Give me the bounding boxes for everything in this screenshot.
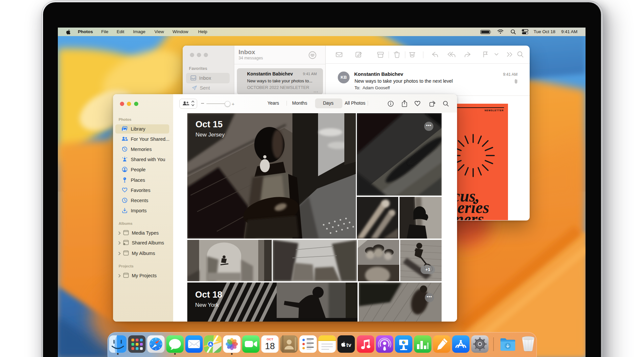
svg-text:tv: tv [346, 342, 352, 348]
svg-text:OCT: OCT [266, 337, 273, 341]
svg-text:18: 18 [265, 341, 275, 351]
